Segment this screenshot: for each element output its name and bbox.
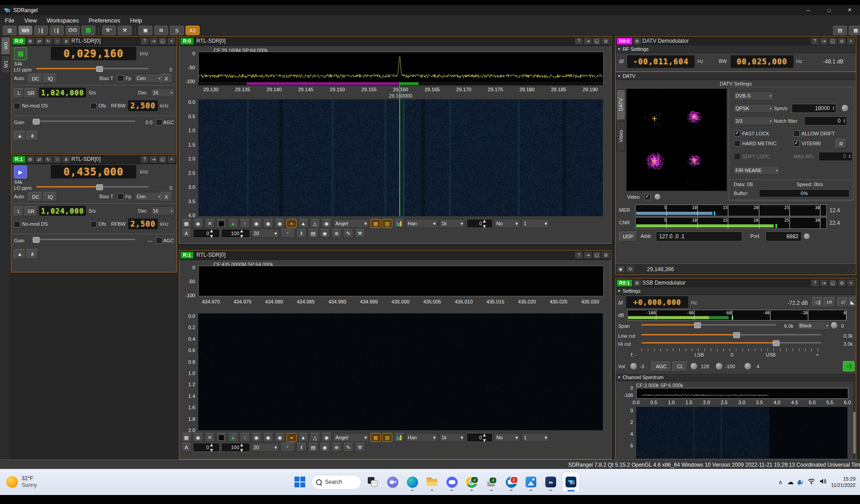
move-to-workspace-icon[interactable]: ⇥: [820, 280, 828, 286]
rf-settings-section[interactable]: ▼RF Settings: [615, 45, 856, 53]
tab-datv[interactable]: DATV: [616, 89, 625, 120]
swap-device-icon[interactable]: ⇄: [36, 156, 43, 163]
graph-icon[interactable]: ⋔: [62, 156, 70, 163]
help-icon[interactable]: ?: [575, 38, 583, 45]
udp-addr-input[interactable]: 127.0 .0 .1: [656, 232, 742, 241]
gradient-icon[interactable]: ◉: [193, 433, 203, 442]
round-icon-2[interactable]: ◉: [263, 433, 273, 442]
calibration-wrench-icon[interactable]: ⚒: [355, 229, 365, 238]
agc-time-knob[interactable]: [690, 362, 698, 370]
triangle-outline-icon[interactable]: △: [310, 219, 320, 228]
filter-shape-icon[interactable]: ◣: [849, 297, 856, 307]
fc-position-dropdown[interactable]: Cen▾: [134, 192, 162, 201]
dc-button[interactable]: DC: [28, 74, 43, 83]
workspace-tab-w0[interactable]: W0: [1, 37, 10, 55]
tray-chevron-icon[interactable]: ∧: [778, 479, 783, 486]
freeze-icon[interactable]: ‖: [296, 443, 307, 452]
audio-mute-icon[interactable]: ◁): [812, 297, 823, 307]
search-box[interactable]: Search: [311, 475, 361, 490]
save-icon[interactable]: ▤: [308, 443, 318, 452]
datv-delta-f-display[interactable]: -00,011,604: [627, 55, 695, 68]
no-mod-ds-checkbox[interactable]: [14, 103, 20, 109]
ref-level-spinbox[interactable]: 0▲▼: [193, 443, 220, 452]
taskbar-app-chrome[interactable]: J: [463, 472, 480, 492]
ssb-settings-section[interactable]: ▼Settings: [615, 287, 856, 295]
span-knob[interactable]: [830, 321, 838, 329]
weather-widget[interactable]: 32°FSunny: [6, 475, 74, 489]
spectrum-r1-chart[interactable]: [198, 266, 604, 296]
annotations-button[interactable]: A: [181, 443, 192, 452]
taskbar-app-films[interactable]: ∞: [542, 472, 559, 492]
clear-icon[interactable]: ✕: [205, 219, 215, 228]
triangle-filled-icon[interactable]: ▲: [298, 219, 308, 228]
x-button[interactable]: X: [160, 74, 172, 83]
rfbw-display[interactable]: 2,500: [128, 100, 158, 111]
close-button[interactable]: ✕: [839, 5, 860, 15]
decimation-dropdown[interactable]: 16▾: [151, 206, 175, 215]
device-r1-frequency-display[interactable]: 0,435,000: [51, 165, 136, 178]
hide-icon[interactable]: ⊘: [838, 38, 846, 45]
waterfall-palette-dropdown[interactable]: Black▾: [797, 321, 830, 330]
colormap-dropdown[interactable]: Angel▾: [333, 219, 369, 228]
averaging-spinbox[interactable]: 0▲▼: [467, 219, 493, 228]
round-icon-4[interactable]: ◉: [321, 433, 332, 442]
clear-icon[interactable]: ✕: [205, 433, 215, 442]
lr-audio-button[interactable]: LR: [824, 297, 835, 307]
r-button[interactable]: R: [836, 139, 847, 148]
device-graph-icon[interactable]: ⋔: [27, 249, 38, 259]
annotate-pencil-icon[interactable]: ✎: [343, 443, 353, 452]
agc-threshold-knob[interactable]: [715, 362, 723, 370]
black-level-icon[interactable]: [216, 433, 227, 442]
device-r1-play-button[interactable]: ▶: [14, 165, 27, 178]
move-to-workspace-icon[interactable]: ⇥: [584, 38, 592, 45]
annotate-pencil-icon[interactable]: ✎: [343, 229, 353, 238]
annotations-button[interactable]: A: [181, 229, 192, 238]
websocket-icon[interactable]: ◉: [320, 229, 330, 238]
features-icon[interactable]: ⵙⵙ: [66, 26, 80, 35]
workspace-button[interactable]: W0: [18, 26, 32, 35]
fft-size-dropdown[interactable]: 1k▾: [439, 433, 465, 442]
preferences-wrench-icon[interactable]: ⚒: [118, 26, 132, 35]
channel-waterfall[interactable]: [636, 407, 847, 459]
hide-icon[interactable]: ⊘: [602, 252, 610, 259]
range-spinbox[interactable]: 100▲▼: [221, 443, 250, 452]
wifi-icon[interactable]: [808, 478, 815, 486]
filter-highlight-icon[interactable]: ⏶: [286, 219, 297, 228]
taskbar-app-explorer[interactable]: [423, 472, 441, 492]
averaging-spinbox[interactable]: 0▲▼: [467, 433, 493, 442]
star-icon[interactable]: ☆: [53, 156, 61, 163]
configurations-icon[interactable]: ⚒⁺: [102, 26, 116, 35]
gear-icon[interactable]: ⚙: [27, 156, 34, 163]
add-tx-device-icon[interactable]: (❙: [50, 26, 64, 35]
ssb-channel-band[interactable]: [400, 82, 419, 85]
dc-button[interactable]: DC: [28, 192, 43, 201]
udp-button[interactable]: UDP: [619, 232, 637, 241]
symrate-spinbox[interactable]: 18000▲▼: [792, 104, 836, 113]
taskbar-app-discord[interactable]: [443, 472, 460, 492]
move-to-workspace-icon[interactable]: ⇥: [584, 252, 592, 259]
shrink-icon[interactable]: ◱: [829, 38, 837, 45]
bias-t-checkbox[interactable]: [117, 75, 124, 81]
waterfall-toggle-icon[interactable]: ▦: [370, 219, 381, 228]
spectrum-toggle-icon[interactable]: ▥: [382, 219, 392, 228]
fft-size-dropdown[interactable]: 1k▾: [439, 219, 465, 228]
up-arrow-icon[interactable]: ↑: [240, 219, 250, 228]
triangle-filled-icon[interactable]: ▲: [298, 433, 308, 442]
ssb-delta-f-display[interactable]: +0,000,000: [626, 296, 688, 308]
freeze-icon[interactable]: ‖: [296, 229, 307, 238]
move-to-workspace-icon[interactable]: ⇥: [150, 156, 157, 163]
replay-icon[interactable]: ▲: [14, 249, 26, 259]
start-button[interactable]: [291, 472, 308, 492]
colormap-dropdown[interactable]: Angel▾: [333, 433, 369, 442]
audio-output-icon[interactable]: ◁): [843, 361, 855, 371]
reload-icon[interactable]: ↻: [45, 38, 52, 45]
level-dropdown[interactable]: 20▾: [251, 229, 279, 238]
spectrum-toggle-icon[interactable]: ▥: [382, 433, 392, 442]
close-icon[interactable]: ×: [847, 280, 855, 286]
gradient-icon[interactable]: ◉: [193, 219, 203, 228]
waterfall-toggle-icon[interactable]: ▦: [370, 433, 381, 442]
dsb-swap-icon[interactable]: ⇄: [838, 297, 848, 307]
agc-checkbox[interactable]: [156, 119, 162, 125]
onedrive-cloud-icon[interactable]: ☁: [787, 478, 794, 486]
add-rx-device-icon[interactable]: )❙: [34, 26, 48, 35]
